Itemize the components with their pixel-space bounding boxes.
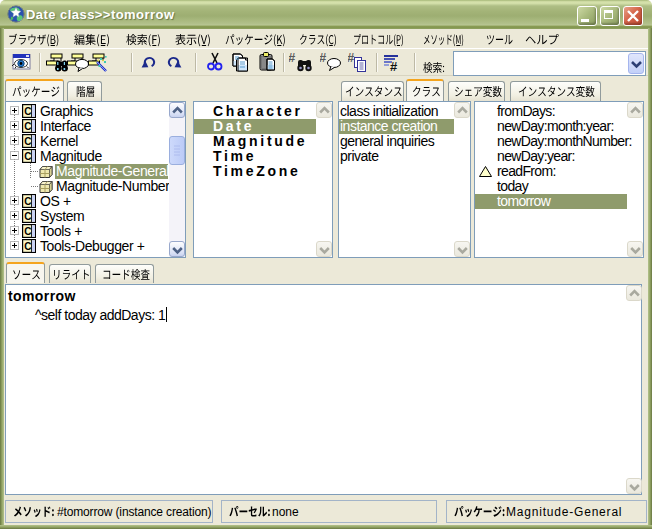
svg-text:C: C: [24, 225, 31, 236]
svg-text:C: C: [24, 105, 31, 116]
svg-text:C: C: [24, 210, 31, 221]
svg-text:#: #: [320, 52, 327, 65]
svg-text:C: C: [24, 135, 31, 146]
svg-text:C: C: [24, 240, 31, 251]
svg-text:C: C: [24, 195, 31, 206]
svg-text:C: C: [24, 150, 31, 161]
svg-text:#: #: [348, 52, 355, 65]
svg-text:C: C: [24, 120, 31, 131]
svg-text:#: #: [289, 52, 296, 65]
svg-text:#: #: [390, 59, 398, 71]
